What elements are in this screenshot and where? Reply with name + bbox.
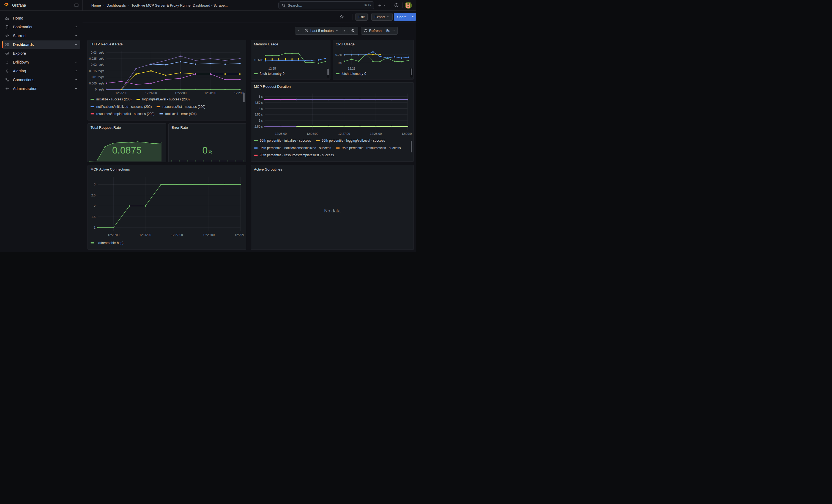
edit-button[interactable]: Edit <box>356 13 368 21</box>
legend-scrollbar[interactable] <box>243 92 244 102</box>
legend-item[interactable]: resources/templates/list - success (200) <box>90 112 154 116</box>
legend-swatch <box>90 106 94 107</box>
sidebar-item-label: Bookmarks <box>13 25 32 29</box>
share-button[interactable]: Share <box>394 13 410 21</box>
legend-item[interactable]: logging/setLevel - success (200) <box>136 97 189 102</box>
topbar-divider <box>402 2 402 8</box>
top-bar: Grafana Home › Dashboards › ToolHive MCP… <box>0 0 416 11</box>
chevron-down-icon[interactable] <box>74 25 78 29</box>
chevron-down-icon <box>412 15 415 19</box>
refresh-button[interactable]: Refresh <box>361 27 384 35</box>
sidebar-item-administration[interactable]: Administration <box>2 84 80 93</box>
panel-title[interactable]: Error Rate <box>168 124 246 131</box>
legend-swatch <box>336 73 339 74</box>
legend-item[interactable]: resources/list - success (200) <box>157 104 205 109</box>
svg-text:12:29:00: 12:29:00 <box>402 132 412 135</box>
legend-item[interactable]: fetch-telemetry-0 <box>254 72 285 76</box>
search-input[interactable]: Search... ⌘+k <box>279 1 374 9</box>
chevron-down-icon[interactable] <box>74 78 78 81</box>
panel-title[interactable]: MCP Active Connections <box>88 165 246 173</box>
panel-title[interactable]: CPU Usage <box>333 40 414 47</box>
mcp-request-duration-chart[interactable]: 12:25:0012:26:0012:27:0012:28:0012:29:00… <box>253 90 412 137</box>
legend-item[interactable]: initialize - success (200) <box>90 97 131 102</box>
svg-text:0.02 req/s: 0.02 req/s <box>91 63 104 66</box>
compass-icon <box>5 51 9 56</box>
http-request-rate-chart[interactable]: 12:25:0012:26:0012:27:0012:28:0012:29:00… <box>89 47 244 96</box>
panel-title[interactable]: Active Goroutines <box>251 165 414 173</box>
favorite-star-icon[interactable] <box>338 13 345 20</box>
breadcrumb: Home › Dashboards › ToolHive MCP Server … <box>92 0 228 10</box>
legend-item[interactable]: - (streamable-http) <box>90 241 124 245</box>
grafana-logo-icon[interactable] <box>3 2 9 8</box>
chevron-down-icon <box>387 16 390 19</box>
legend-item[interactable]: notifications/initialized - success (202… <box>90 104 152 109</box>
legend-swatch <box>90 99 94 100</box>
sidebar-item-dashboards[interactable]: Dashboards <box>2 41 80 49</box>
legend-item[interactable]: 95th percentile - initialize - success <box>254 138 311 143</box>
sidebar-item-home[interactable]: Home <box>2 14 80 22</box>
legend-label: fetch-telemetry-0 <box>341 72 366 76</box>
legend-label: resources/templates/list - success (200) <box>96 112 154 116</box>
svg-text:16 MiB: 16 MiB <box>254 58 263 62</box>
panel-title[interactable]: HTTP Request Rate <box>88 40 246 47</box>
legend-item[interactable]: 95th percentile - resources/templates/li… <box>254 153 334 158</box>
panel-title[interactable]: Memory Usage <box>251 40 330 47</box>
mcp-active-connections-chart[interactable]: 12:25:0012:26:0012:27:0012:28:0012:29:00… <box>89 173 244 240</box>
legend-scrollbar[interactable] <box>328 69 329 75</box>
sidebar-item-explore[interactable]: Explore <box>2 49 80 57</box>
chevron-down-icon[interactable] <box>74 34 78 37</box>
cpu-usage-chart[interactable]: 12:250.2%0% <box>335 47 412 71</box>
time-forward-button[interactable] <box>341 27 348 35</box>
chevron-down-icon <box>383 4 386 7</box>
sidebar-item-alerting[interactable]: Alerting <box>2 67 80 75</box>
no-data-message: No data <box>251 173 414 249</box>
legend-scrollbar[interactable] <box>411 69 412 75</box>
legend-label: resources/list - success (200) <box>162 105 205 109</box>
svg-text:2.50 s: 2.50 s <box>255 125 263 128</box>
help-button[interactable] <box>394 0 399 10</box>
cpu-legend: fetch-telemetry-0 <box>336 71 411 78</box>
breadcrumb-dashboards[interactable]: Dashboards <box>106 3 126 7</box>
user-avatar[interactable] <box>405 2 412 9</box>
breadcrumb-current-dashboard: ToolHive MCP Server & Proxy Runner Dashb… <box>131 3 228 7</box>
add-new-button[interactable] <box>378 0 386 10</box>
panel-title[interactable]: MCP Request Duration <box>251 82 414 90</box>
chevron-down-icon[interactable] <box>74 69 78 73</box>
dashboards-grid-icon <box>5 43 9 47</box>
sidebar-item-drilldown[interactable]: Drilldown <box>2 58 80 66</box>
legend-item[interactable]: 95th percentile - notifications/initiali… <box>254 145 331 150</box>
legend-item[interactable]: 95th percentile - resources/list - succe… <box>336 145 400 150</box>
export-button[interactable]: Export <box>371 13 393 21</box>
legend-label: 95th percentile - logging/setLevel - suc… <box>322 139 385 142</box>
connections-legend: - (streamable-http) <box>90 240 243 248</box>
svg-text:2: 2 <box>94 205 96 208</box>
time-range-picker[interactable]: Last 5 minutes <box>302 27 341 35</box>
home-icon <box>5 16 9 20</box>
chevron-down-icon[interactable] <box>74 87 78 90</box>
search-shortcut: ⌘+k <box>364 3 371 7</box>
sidebar-item-bookmarks[interactable]: Bookmarks <box>2 23 80 31</box>
svg-text:0.2%: 0.2% <box>335 53 342 56</box>
svg-text:5 s: 5 s <box>259 95 263 98</box>
legend-label: 95th percentile - notifications/initiali… <box>260 146 331 150</box>
chevron-down-icon[interactable] <box>74 43 78 46</box>
panel-title[interactable]: Total Request Rate <box>88 124 166 131</box>
question-icon <box>394 3 399 8</box>
time-back-button[interactable] <box>295 27 302 35</box>
legend-item[interactable]: tools/call - error (404) <box>159 112 197 116</box>
sidebar-item-starred[interactable]: Starred <box>2 32 80 40</box>
legend-item[interactable]: fetch-telemetry-0 <box>336 72 366 76</box>
legend-item[interactable]: 95th percentile - logging/setLevel - suc… <box>316 138 385 143</box>
bookmark-icon <box>5 25 9 29</box>
refresh-interval-picker[interactable]: 5s <box>384 27 397 35</box>
svg-text:0.015 req/s: 0.015 req/s <box>89 69 104 73</box>
share-options-button[interactable] <box>410 13 416 21</box>
sidebar-toggle-icon[interactable] <box>74 3 79 8</box>
breadcrumb-home[interactable]: Home <box>92 3 101 7</box>
zoom-out-button[interactable] <box>348 27 358 35</box>
legend-scrollbar[interactable] <box>411 141 412 152</box>
svg-text:12:26:00: 12:26:00 <box>307 132 318 135</box>
sidebar-item-connections[interactable]: Connections <box>2 76 80 84</box>
memory-usage-chart[interactable]: 12:2516 MiB <box>253 47 329 71</box>
chevron-down-icon[interactable] <box>74 60 78 64</box>
